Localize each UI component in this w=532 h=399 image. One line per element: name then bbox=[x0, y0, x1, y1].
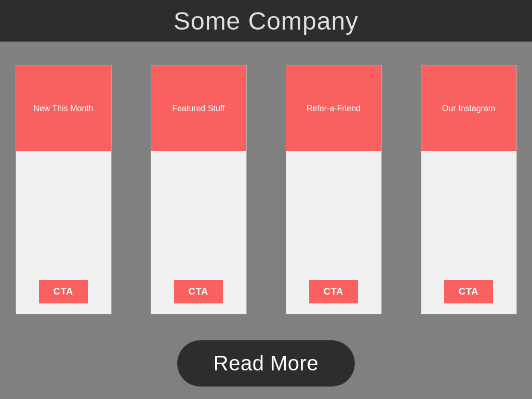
card-refer-a-friend: Refer-a-FriendCTA bbox=[286, 65, 382, 314]
cta-button-featured-stuff[interactable]: CTA bbox=[174, 280, 223, 303]
cta-button-our-instagram[interactable]: CTA bbox=[444, 280, 494, 303]
card-image-our-instagram: Our Instagram bbox=[421, 65, 516, 151]
cta-button-new-this-month[interactable]: CTA bbox=[39, 280, 88, 303]
cards-container: New This MonthCTAFeatured StuffCTARefer-… bbox=[0, 65, 532, 314]
card-body-new-this-month: CTA bbox=[16, 151, 111, 314]
card-new-this-month: New This MonthCTA bbox=[16, 65, 112, 314]
card-featured-stuff: Featured StuffCTA bbox=[151, 65, 247, 314]
site-title: Some Company bbox=[174, 7, 358, 35]
read-more-container: Read More bbox=[177, 340, 355, 387]
card-body-our-instagram: CTA bbox=[421, 151, 516, 314]
card-body-featured-stuff: CTA bbox=[151, 151, 246, 314]
card-image-label-refer-a-friend: Refer-a-Friend bbox=[301, 104, 366, 113]
card-image-label-new-this-month: New This Month bbox=[28, 104, 98, 113]
card-image-featured-stuff: Featured Stuff bbox=[151, 65, 246, 151]
card-body-refer-a-friend: CTA bbox=[286, 151, 381, 314]
read-more-button[interactable]: Read More bbox=[177, 340, 355, 387]
card-image-label-featured-stuff: Featured Stuff bbox=[167, 104, 230, 113]
cta-button-refer-a-friend[interactable]: CTA bbox=[309, 280, 358, 303]
card-image-refer-a-friend: Refer-a-Friend bbox=[286, 65, 381, 151]
main-content: New This MonthCTAFeatured StuffCTARefer-… bbox=[0, 42, 532, 399]
card-image-new-this-month: New This Month bbox=[16, 65, 111, 151]
card-our-instagram: Our InstagramCTA bbox=[421, 65, 517, 314]
site-header: Some Company bbox=[0, 0, 532, 42]
card-image-label-our-instagram: Our Instagram bbox=[437, 104, 500, 113]
